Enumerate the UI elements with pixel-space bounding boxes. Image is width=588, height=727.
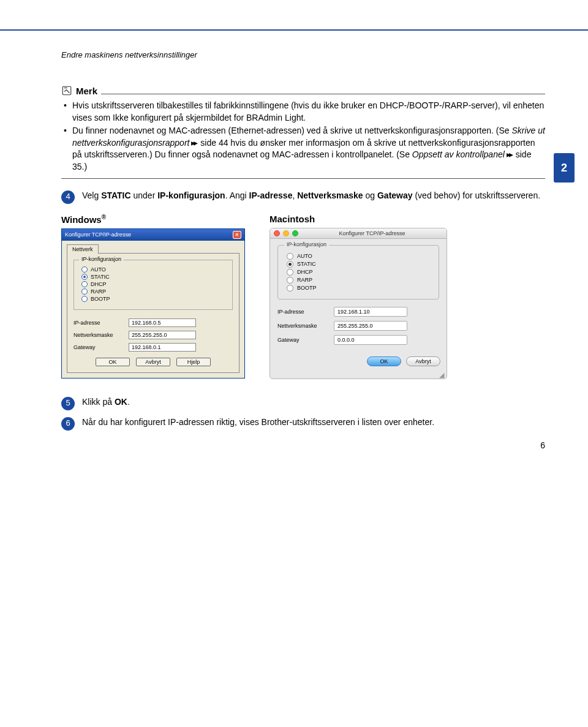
- mac-mask-label: Nettverksmaske: [277, 323, 334, 329]
- note2-ref2: Oppsett av kontrollpanel: [412, 149, 505, 159]
- win-radio-rarp[interactable]: RARP: [81, 288, 225, 295]
- step-4-text: Velg STATIC under IP-konfigurasjon. Angi…: [82, 190, 540, 204]
- step-5: 5 Klikk på OK.: [61, 396, 545, 410]
- step-6-text: Når du har konfigurert IP-adressen rikti…: [82, 416, 434, 431]
- mac-close-icon[interactable]: [274, 230, 280, 236]
- note-item-1: Hvis utskriftsserveren tilbakestilles ti…: [64, 100, 545, 124]
- step-6: 6 Når du har konfigurert IP-adressen rik…: [61, 416, 545, 431]
- mac-mask-input[interactable]: 255.255.255.0: [334, 321, 407, 331]
- mac-heading: Macintosh: [270, 214, 447, 224]
- mac-ok-button[interactable]: OK: [367, 356, 401, 366]
- win-radio-auto[interactable]: AUTO: [81, 266, 225, 273]
- win-radio-static[interactable]: STATIC: [81, 274, 225, 280]
- mac-radio-bootp[interactable]: BOOTP: [287, 285, 430, 292]
- arrows-icon: ▸▸: [507, 149, 511, 159]
- mac-minimize-icon[interactable]: [283, 230, 289, 236]
- win-tab-network[interactable]: Nettverk: [67, 244, 99, 254]
- mac-dialog: Konfigurer TCP/IP-adresse IP-konfigurasj…: [270, 228, 447, 379]
- win-ip-label: IP-adresse: [74, 320, 129, 326]
- mac-column: Macintosh Konfigurer TCP/IP-adresse IP-k…: [270, 214, 447, 379]
- mac-titlebar: Konfigurer TCP/IP-adresse: [270, 228, 447, 239]
- win-help-button[interactable]: Hjelp: [176, 358, 211, 366]
- win-ip-config-group: IP-konfigurasjon AUTO STATIC DHCP RARP B…: [74, 260, 233, 310]
- windows-column: Windows® Konfigurer TCP/IP-adresse × Net…: [61, 214, 245, 379]
- mac-ip-config-group: IP-konfigurasjon AUTO STATIC DHCP RARP B…: [277, 245, 439, 299]
- win-mask-input[interactable]: 255.255.255.0: [129, 331, 196, 339]
- win-cancel-button[interactable]: Avbryt: [136, 358, 170, 366]
- mac-radio-auto[interactable]: AUTO: [287, 253, 430, 260]
- step-badge-4: 4: [61, 190, 75, 204]
- mac-radio-dhcp[interactable]: DHCP: [287, 269, 430, 276]
- note-title: Merk: [76, 86, 97, 96]
- mac-gateway-label: Gateway: [277, 337, 334, 343]
- win-ok-button[interactable]: OK: [96, 358, 130, 366]
- mac-group-label: IP-konfigurasjon: [284, 241, 329, 247]
- close-icon[interactable]: ×: [233, 231, 241, 239]
- note-icon: [61, 85, 72, 96]
- mac-ip-label: IP-adresse: [277, 309, 334, 315]
- mac-title: Konfigurer TCP/IP-adresse: [301, 230, 443, 236]
- mac-gateway-input[interactable]: 0.0.0.0: [334, 335, 407, 345]
- win-mask-label: Nettverksmaske: [74, 332, 129, 338]
- step-badge-6: 6: [61, 417, 75, 431]
- win-radio-dhcp[interactable]: DHCP: [81, 281, 225, 287]
- mac-zoom-icon[interactable]: [292, 230, 298, 236]
- win-radio-bootp[interactable]: BOOTP: [81, 296, 225, 302]
- chapter-tab: 2: [554, 153, 575, 183]
- step-4: 4 Velg STATIC under IP-konfigurasjon. An…: [61, 190, 545, 204]
- win-gateway-label: Gateway: [74, 344, 129, 350]
- win-gateway-input[interactable]: 192.168.0.1: [129, 343, 196, 352]
- note-top-rule: [101, 94, 545, 94]
- win-group-label: IP-konfigurasjon: [79, 256, 124, 262]
- arrows-icon: ▸▸: [191, 138, 196, 148]
- win-title: Konfigurer TCP/IP-adresse: [65, 232, 131, 238]
- step-5-text: Klikk på OK.: [82, 396, 130, 410]
- windows-heading: Windows®: [61, 214, 245, 225]
- mac-radio-rarp[interactable]: RARP: [287, 277, 430, 284]
- section-header: Endre maskinens nettverksinnstillinger: [61, 50, 545, 59]
- mac-ip-input[interactable]: 192.168.1.10: [334, 307, 407, 317]
- step-badge-5: 5: [61, 397, 75, 410]
- note-bottom-rule: [61, 178, 545, 179]
- win-ip-input[interactable]: 192.168.0.5: [129, 318, 196, 327]
- mac-radio-static[interactable]: STATIC: [287, 261, 430, 268]
- page-number: 6: [540, 440, 545, 450]
- mac-resize-handle[interactable]: ◢: [270, 372, 447, 379]
- note2-text-a: Du finner nodenavnet og MAC-adressen (Et…: [72, 126, 512, 135]
- note-box: Merk Hvis utskriftsserveren tilbakestill…: [61, 85, 545, 179]
- win-titlebar: Konfigurer TCP/IP-adresse ×: [62, 229, 244, 241]
- mac-cancel-button[interactable]: Avbryt: [406, 356, 440, 366]
- windows-dialog: Konfigurer TCP/IP-adresse × Nettverk IP-…: [61, 228, 245, 379]
- note-item-2: Du finner nodenavnet og MAC-adressen (Et…: [64, 125, 545, 173]
